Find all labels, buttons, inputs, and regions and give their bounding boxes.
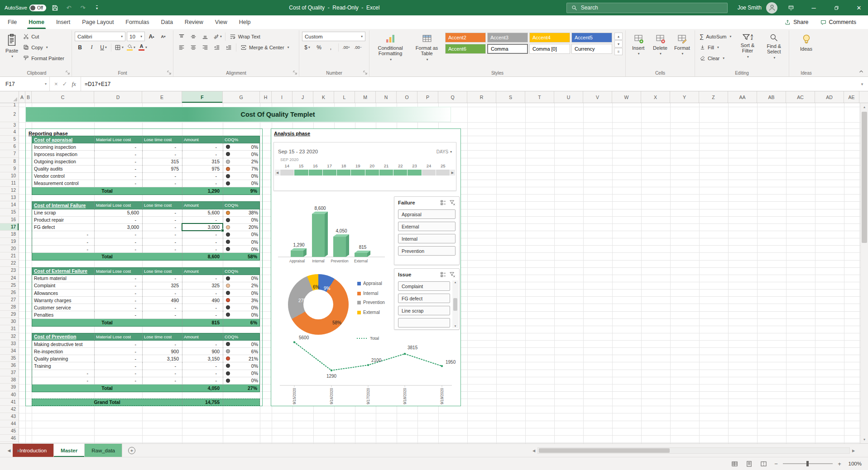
- ribbon-tab-help[interactable]: Help: [233, 15, 257, 29]
- row-label-cell[interactable]: Quality audits: [32, 166, 95, 172]
- format-painter-button[interactable]: Format Painter: [21, 53, 66, 63]
- avatar[interactable]: [766, 2, 777, 14]
- coq-cell[interactable]: 0%: [223, 180, 260, 187]
- insert-function-icon[interactable]: fx: [72, 81, 76, 88]
- column-header-G[interactable]: G: [223, 91, 260, 103]
- coq-cell[interactable]: 0%: [223, 290, 260, 296]
- row-label-cell[interactable]: Incoming inspection: [32, 143, 95, 150]
- row-header-8[interactable]: 8: [0, 158, 19, 165]
- row-header-35[interactable]: 35: [0, 355, 19, 362]
- column-header-Q[interactable]: Q: [438, 91, 467, 103]
- row-header-41[interactable]: 41: [0, 399, 19, 406]
- material-cost-cell[interactable]: -: [95, 341, 143, 347]
- decrease-font-size-button[interactable]: A▾: [158, 32, 168, 41]
- underline-button[interactable]: U▾: [98, 43, 109, 52]
- material-cost-cell[interactable]: -: [95, 158, 143, 165]
- coq-cell[interactable]: 6%: [223, 348, 260, 355]
- lose-time-cell[interactable]: -: [143, 209, 182, 216]
- row-header-2[interactable]: 2: [0, 107, 19, 122]
- format-as-table-button[interactable]: Format as Table▾: [411, 32, 443, 69]
- increase-decimal-button[interactable]: .00+: [341, 43, 351, 52]
- coq-cell[interactable]: 0%: [223, 275, 260, 282]
- cancel-icon[interactable]: ×: [54, 81, 58, 87]
- row-header-5[interactable]: 5: [0, 136, 19, 143]
- coq-cell[interactable]: 0%: [223, 217, 260, 223]
- amount-cell[interactable]: 5,600: [182, 209, 223, 216]
- scroll-down-icon[interactable]: ▾: [861, 436, 868, 443]
- save-button[interactable]: [49, 2, 60, 13]
- format-cells-button[interactable]: Format▾: [672, 32, 692, 69]
- horizontal-scroll-track[interactable]: [537, 447, 850, 454]
- column-header-AB[interactable]: AB: [757, 91, 786, 103]
- lose-time-cell[interactable]: -: [143, 311, 182, 318]
- timeline-segment-18[interactable]: [337, 170, 350, 176]
- row-header-25[interactable]: 25: [0, 282, 19, 289]
- row-label-cell[interactable]: Allowances: [32, 290, 95, 296]
- row-header-37[interactable]: 37: [0, 369, 19, 376]
- accounting-format-button[interactable]: $▾: [302, 43, 312, 52]
- column-header-P[interactable]: P: [417, 91, 438, 103]
- ribbon-display-options-button[interactable]: [782, 0, 800, 15]
- timeline-segment-17[interactable]: [323, 170, 336, 176]
- align-left-button[interactable]: [176, 43, 187, 52]
- slicer-item-internal[interactable]: Internal: [398, 234, 456, 243]
- wrap-text-button[interactable]: Wrap Text: [228, 32, 262, 41]
- orientation-button[interactable]: ▾: [211, 32, 223, 41]
- formula-input[interactable]: =D17+E17: [81, 77, 856, 91]
- row-label-cell[interactable]: -: [32, 377, 95, 384]
- align-top-button[interactable]: [176, 32, 187, 41]
- vertical-scrollbar[interactable]: ▴ ▾: [860, 103, 868, 443]
- column-header-R[interactable]: R: [467, 91, 496, 103]
- column-header-AC[interactable]: AC: [786, 91, 815, 103]
- row-header-39[interactable]: 39: [0, 384, 19, 391]
- sheet-nav-left-icon[interactable]: ◀: [4, 444, 14, 457]
- amount-cell[interactable]: 315: [182, 158, 223, 165]
- timeline-day-20[interactable]: 20: [365, 163, 379, 168]
- row-label-cell[interactable]: Return material: [32, 275, 95, 282]
- font-color-button[interactable]: A▾: [138, 43, 148, 52]
- sheet-nav-right-icon[interactable]: ▶: [14, 444, 24, 457]
- find-select-button[interactable]: Find & Select▾: [762, 32, 786, 69]
- cell-style-comma[interactable]: Comma: [487, 44, 528, 54]
- material-cost-cell[interactable]: 5,600: [95, 209, 143, 216]
- copy-button[interactable]: Copy▾: [21, 43, 66, 52]
- comma-style-button[interactable]: ,: [326, 43, 336, 52]
- borders-button[interactable]: ▾: [114, 43, 125, 52]
- coq-cell[interactable]: 0%: [223, 231, 260, 238]
- italic-button[interactable]: I: [86, 43, 97, 52]
- row-header-32[interactable]: 32: [0, 333, 19, 340]
- amount-cell[interactable]: -: [182, 231, 223, 238]
- row-header-9[interactable]: 9: [0, 165, 19, 172]
- amount-cell[interactable]: -: [182, 362, 223, 369]
- fill-color-button[interactable]: ▾: [126, 43, 136, 52]
- cut-button[interactable]: Cut: [21, 32, 66, 41]
- lose-time-cell[interactable]: 490: [143, 297, 182, 304]
- row-label-cell[interactable]: Re-inspection: [32, 348, 95, 355]
- coq-cell[interactable]: 0%: [223, 143, 260, 150]
- row-header-40[interactable]: 40: [0, 391, 19, 399]
- material-cost-cell[interactable]: -: [95, 151, 143, 157]
- column-header-D[interactable]: D: [94, 91, 142, 103]
- column-header-Y[interactable]: Y: [670, 91, 699, 103]
- row-header-10[interactable]: 10: [0, 172, 19, 180]
- slicer-item-fg-defect[interactable]: FG defect: [398, 294, 450, 303]
- lose-time-cell[interactable]: -: [143, 224, 182, 231]
- material-cost-cell[interactable]: -: [95, 297, 143, 304]
- scroll-up-icon[interactable]: ▴: [455, 280, 456, 284]
- ribbon-tab-review[interactable]: Review: [179, 15, 209, 29]
- comments-button[interactable]: Comments: [816, 18, 861, 27]
- autosave-switch[interactable]: Off: [29, 5, 46, 11]
- cell-style-accent2[interactable]: Accent2: [445, 33, 486, 43]
- row-label-cell[interactable]: Penalties: [32, 311, 95, 318]
- amount-cell[interactable]: -: [182, 143, 223, 150]
- lose-time-cell[interactable]: -: [143, 377, 182, 384]
- gallery-down-button[interactable]: ▾: [614, 40, 623, 47]
- decrease-indent-button[interactable]: [211, 43, 222, 52]
- enter-icon[interactable]: ✓: [62, 81, 67, 87]
- material-cost-cell[interactable]: -: [95, 231, 143, 238]
- page-layout-view-button[interactable]: [744, 459, 754, 468]
- timeline-granularity-dropdown[interactable]: DAYS▾: [436, 149, 452, 154]
- timeline-day-24[interactable]: 24: [422, 163, 436, 168]
- row-header-43[interactable]: 43: [0, 413, 19, 420]
- row-label-cell[interactable]: Making destructive test: [32, 341, 95, 347]
